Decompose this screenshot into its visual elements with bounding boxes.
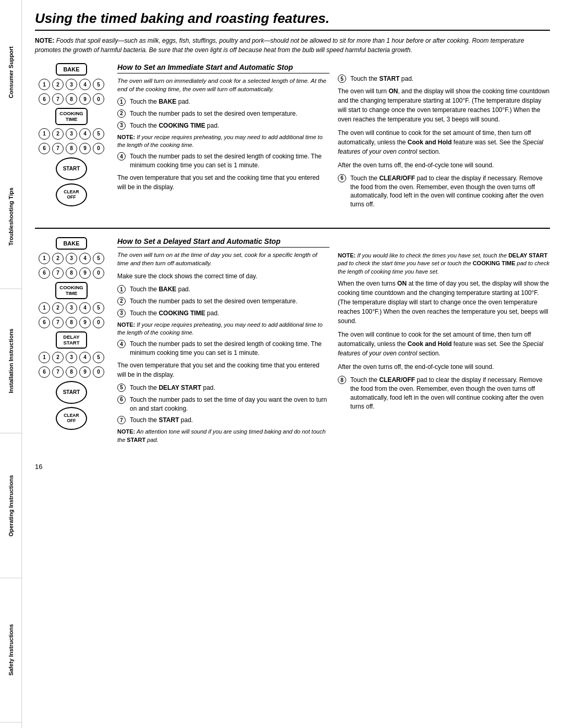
note-2-preheating: NOTE: If your recipe requires preheating… — [117, 321, 329, 337]
step-2-2: 2 Touch the number pads to set the desir… — [117, 297, 329, 306]
step-2-4: 4 Touch the number pads to set the desir… — [117, 340, 329, 357]
step-text-1-6: Touch the CLEAR/OFF pad to clear the dis… — [350, 174, 550, 209]
step-num-3: 3 — [117, 121, 126, 130]
page-title: Using the timed baking and roasting feat… — [35, 10, 550, 31]
sidebar-label-consumer-support: Consumer Support — [0, 0, 21, 144]
section1-heading: How to Set an Immediate Start and Automa… — [117, 63, 329, 73]
step-1-1: 1 Touch the BAKE pad. — [117, 97, 329, 106]
num-8: 8 — [66, 93, 77, 105]
sidebar-label-troubleshooting: Troubleshooting Tips — [0, 144, 21, 289]
step2-num-5: 5 — [117, 384, 126, 392]
section-immediate-start: BAKE 1 2 3 4 5 6 7 8 9 0 COOKING TIME 1 … — [35, 63, 550, 212]
num-5: 5 — [93, 79, 104, 90]
step-text-1-2: Touch the number pads to set the desired… — [130, 109, 298, 118]
step-num-1: 1 — [117, 97, 126, 106]
numpad-row-1-1: 1 2 3 4 5 — [39, 79, 104, 90]
step-2-7: 7 Touch the START pad. — [117, 416, 329, 425]
numpad-row-2-6: 6 7 8 9 0 — [39, 366, 104, 378]
body-text-2-continue: The oven will continue to cook for the s… — [338, 330, 550, 358]
step-2-8: 8 Touch the CLEAR/OFF pad to clear the d… — [338, 376, 550, 411]
step-1-2: 2 Touch the number pads to set the desir… — [117, 109, 329, 118]
body-text-1-display: The oven temperature that you set and th… — [117, 173, 329, 192]
step-num-2: 2 — [117, 109, 126, 118]
num-9: 9 — [79, 93, 91, 105]
clear-off-button-2: CLEAR OFF — [56, 407, 87, 430]
step-2-5: 5 Touch the DELAY START pad. — [117, 384, 329, 392]
step-num-6: 6 — [338, 174, 346, 182]
num-0b: 0 — [93, 143, 104, 154]
numpad-row-2-5: 1 2 3 4 5 — [39, 352, 104, 363]
body-text-1-tone: After the oven turns off, the end-of-cyc… — [338, 161, 550, 170]
cooking-time-button-2: COOKING TIME — [55, 282, 87, 299]
section-delayed-start: BAKE 1 2 3 4 5 6 7 8 9 0 COOKING TIME 1 … — [35, 237, 550, 447]
step-1-6: 6 Touch the CLEAR/OFF pad to clear the d… — [338, 174, 550, 209]
step-1-3: 3 Touch the COOKING TIME pad. — [117, 121, 329, 130]
section1-left: How to Set an Immediate Start and Automa… — [117, 63, 329, 212]
num-9b: 9 — [79, 143, 91, 154]
step2-num-7: 7 — [117, 416, 126, 424]
step2-num-4: 4 — [117, 340, 126, 348]
start-button-2: START — [56, 381, 87, 404]
num-1: 1 — [39, 79, 50, 90]
body-text-2-display: The oven temperature that you set and th… — [117, 361, 329, 379]
sidebar-label-operating: Operating Instructions — [0, 434, 21, 578]
section1-content: How to Set an Immediate Start and Automa… — [117, 63, 550, 212]
step2-num-8: 8 — [338, 376, 346, 384]
numpad-row-2-1: 1 2 3 4 5 — [39, 253, 104, 264]
num-7: 7 — [52, 93, 64, 105]
body-text-1-on: The oven will turn ON, and the display w… — [338, 87, 550, 124]
bake-button-2: BAKE — [56, 237, 87, 250]
bake-button-1: BAKE — [56, 63, 87, 76]
step-text-1-1: Touch the BAKE pad. — [130, 97, 190, 106]
oven-diagram-2: BAKE 1 2 3 4 5 6 7 8 9 0 COOKING TIME 1 … — [35, 237, 108, 447]
numpad-row-2-3: 1 2 3 4 5 — [39, 302, 104, 314]
main-note: NOTE: Foods that spoil easily—such as mi… — [35, 36, 550, 55]
numpad-row-1-3: 1 2 3 4 5 — [39, 128, 104, 140]
num-4: 4 — [79, 79, 91, 90]
step-text-1-5: Touch the START pad. — [350, 75, 413, 83]
step-1-5: 5 Touch the START pad. — [338, 75, 550, 83]
step2-num-2: 2 — [117, 297, 126, 305]
num-5b: 5 — [93, 128, 104, 140]
oven-diagram-1: BAKE 1 2 3 4 5 6 7 8 9 0 COOKING TIME 1 … — [35, 63, 108, 212]
section1-right: 5 Touch the START pad. The oven will tur… — [338, 63, 550, 212]
sidebar: Consumer Support Troubleshooting Tips In… — [0, 0, 22, 728]
delay-start-button: DELAY START — [56, 331, 87, 349]
num-2b: 2 — [52, 128, 64, 140]
num-1b: 1 — [39, 128, 50, 140]
start-button-1: START — [56, 157, 87, 180]
num-3b: 3 — [66, 128, 77, 140]
step2-num-1: 1 — [117, 285, 126, 293]
step-2-6: 6 Touch the number pads to set the time … — [117, 396, 329, 413]
note-1-preheating: NOTE: If your recipe requires preheating… — [117, 133, 329, 150]
num-6b: 6 — [39, 143, 50, 154]
step-num-4: 4 — [117, 152, 126, 161]
section2-heading: How to Set a Delayed Start and Automatic… — [117, 237, 329, 248]
clear-off-button-1: CLEAR OFF — [56, 183, 87, 206]
numpad-row-2-2: 6 7 8 9 0 — [39, 267, 104, 279]
numpad-row-1-4: 6 7 8 9 0 — [39, 143, 104, 154]
step-text-1-4: Touch the number pads to set the desired… — [130, 152, 329, 170]
num-6: 6 — [39, 93, 50, 105]
step-1-4: 4 Touch the number pads to set the desir… — [117, 152, 329, 170]
section1-intro: The oven will turn on immediately and co… — [117, 77, 329, 93]
step-2-1: 1 Touch the BAKE pad. — [117, 285, 329, 294]
note-2-check-times: NOTE: If you would like to check the tim… — [338, 252, 550, 276]
page-number: 16 — [35, 463, 550, 471]
sidebar-label-safety: Safety Instructions — [0, 578, 21, 723]
body-text-1-continue: The oven will continue to cook for the s… — [338, 128, 550, 156]
main-content: Using the timed baking and roasting feat… — [22, 0, 563, 728]
numpad-row-1-2: 6 7 8 9 0 — [39, 93, 104, 105]
num-8b: 8 — [66, 143, 77, 154]
step-num-5: 5 — [338, 75, 346, 83]
num-0: 0 — [93, 93, 104, 105]
section-divider — [35, 228, 550, 229]
step2-num-6: 6 — [117, 396, 126, 404]
setup-text: Make sure the clock shows the correct ti… — [117, 272, 329, 281]
section2-content: How to Set a Delayed Start and Automatic… — [117, 237, 550, 447]
section2-right: NOTE: If you would like to check the tim… — [338, 237, 550, 447]
sidebar-label-installation: Installation Instructions — [0, 289, 21, 434]
section2-intro: The oven will turn on at the time of day… — [117, 251, 329, 267]
num-7b: 7 — [52, 143, 64, 154]
num-2: 2 — [52, 79, 64, 90]
